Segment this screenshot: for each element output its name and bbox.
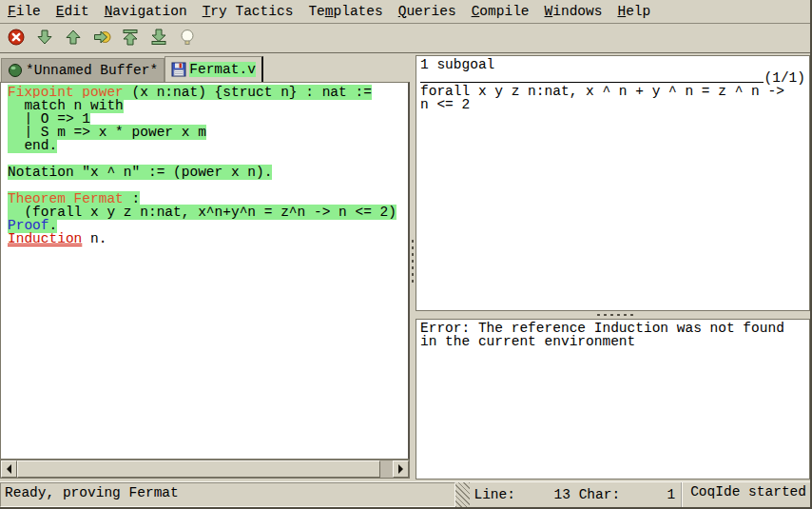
coqide-window: FileEditNavigationTry TacticsTemplatesQu…: [0, 0, 812, 509]
code-line: match n with: [8, 99, 408, 112]
code-segment-plain: (forall x y z n:nat, x^n+y^n = z^n -> n …: [8, 205, 396, 220]
menu-bar: FileEditNavigationTry TacticsTemplatesQu…: [0, 0, 810, 24]
editor-horizontal-scrollbar[interactable]: [0, 460, 410, 479]
code-line: | O => 1: [8, 112, 408, 126]
goal-rule-line: [420, 82, 764, 83]
menu-item-queries[interactable]: Queries: [391, 0, 464, 24]
scrollbar-thumb[interactable]: [17, 460, 380, 478]
tab--unnamed-buffer-[interactable]: *Unnamed Buffer*: [1, 58, 164, 82]
code-line: [8, 152, 408, 166]
toolbar: [0, 25, 810, 53]
tab-bar: *Unnamed Buffer*Fermat.v: [1, 55, 263, 82]
goal-separator: (1/1): [420, 71, 805, 85]
restart-button[interactable]: [118, 27, 143, 51]
tab-label: Fermat.v: [189, 62, 256, 77]
menu-item-file[interactable]: File: [0, 0, 48, 24]
line-value: 13: [515, 487, 570, 502]
processed-region: Notation "x ^ n" := (power x n).: [8, 165, 272, 180]
goal-counter: (1/1): [764, 71, 805, 85]
code-segment-plain: Notation "x ^ n" := (power x n).: [8, 165, 272, 180]
code-segment-plain: end.: [8, 138, 57, 153]
code-line: (forall x y z n:nat, x^n+y^n = z^n -> n …: [8, 206, 408, 219]
code-segment-plain: n.: [82, 231, 106, 246]
forward-one-button[interactable]: [32, 27, 57, 51]
lightbulb-icon: [178, 28, 197, 49]
tab-fermat.v[interactable]: Fermat.v: [164, 56, 263, 82]
line-char-indicator: Line:13 Char:1: [470, 482, 675, 507]
code-line: Fixpoint power (x n:nat) {struct n} : na…: [8, 86, 408, 99]
char-label: Char:: [579, 487, 621, 502]
floppy-disk-icon: [171, 62, 189, 77]
goto-end-button[interactable]: [146, 27, 171, 51]
menu-item-try-tactics[interactable]: Try Tactics: [195, 0, 301, 24]
code-line: [8, 179, 408, 192]
code-segment-error: Induction: [8, 231, 82, 246]
app-status: CoqIde started: [681, 482, 810, 507]
code-segment-plain: (x n:nat) {struct n} : nat :=: [124, 85, 372, 100]
error-message: Error: The reference Induction was not f…: [420, 322, 805, 348]
goto-end-icon: [149, 28, 168, 49]
menu-item-navigation[interactable]: Navigation: [97, 0, 195, 24]
status-bar: Ready, proving Fermat Line:13 Char:1 Coq…: [0, 481, 810, 507]
code-line: Theorem Fermat :: [8, 192, 408, 206]
goto-cursor-button[interactable]: [89, 27, 114, 51]
code-line: Proof.: [8, 219, 408, 232]
goal-statement: forall x y z n:nat, x ^ n + y ^ n = z ^ …: [420, 85, 805, 111]
goal-line: forall x y z n:nat, x ^ n + y ^ n = z ^ …: [420, 85, 805, 98]
stop-button[interactable]: [4, 27, 29, 51]
code-line: Notation "x ^ n" := (power x n).: [8, 166, 408, 179]
menu-item-templates[interactable]: Templates: [300, 0, 390, 24]
menu-item-compile[interactable]: Compile: [464, 0, 537, 24]
horizontal-pane-splitter[interactable]: [595, 312, 633, 318]
menu-item-help[interactable]: Help: [609, 0, 658, 24]
processed-region: (forall x y z n:nat, x^n+y^n = z^n -> n …: [8, 205, 396, 220]
script-editor-text[interactable]: Fixpoint power (x n:nat) {struct n} : na…: [1, 83, 408, 245]
code-line: | S m => x * power x m: [8, 126, 408, 139]
menu-item-edit[interactable]: Edit: [48, 0, 97, 24]
script-editor[interactable]: Fixpoint power (x n:nat) {struct n} : na…: [0, 82, 410, 460]
backward-one-button[interactable]: [61, 27, 86, 51]
goto-cursor-icon: [92, 28, 111, 49]
lightbulb-button[interactable]: [175, 27, 200, 51]
scroll-left-button[interactable]: [1, 460, 17, 478]
left-arrow-icon: [7, 464, 11, 474]
processed-region: end.: [8, 138, 57, 153]
error-line: in the current environment: [420, 335, 805, 348]
message-pane[interactable]: Error: The reference Induction was not f…: [416, 319, 810, 480]
scroll-right-button[interactable]: [393, 460, 409, 478]
tab-label: *Unnamed Buffer*: [26, 63, 158, 78]
scrollbar-track[interactable]: [17, 460, 393, 478]
status-message: Ready, proving Fermat: [0, 482, 455, 507]
char-value: 1: [620, 487, 675, 502]
goal-pane[interactable]: 1 subgoal (1/1) forall x y z n:nat, x ^ …: [416, 55, 810, 311]
spacer: [570, 487, 579, 502]
unsaved-led-icon: [8, 63, 26, 78]
menu-item-windows[interactable]: Windows: [537, 0, 610, 24]
code-line: Induction n.: [8, 232, 408, 245]
subgoal-count: 1 subgoal: [420, 58, 805, 71]
resize-grip[interactable]: [455, 482, 470, 507]
right-arrow-icon: [398, 464, 403, 474]
restart-icon: [121, 28, 140, 49]
code-line: end.: [8, 139, 408, 152]
stop-icon: [7, 28, 26, 49]
forward-one-icon: [35, 28, 54, 49]
backward-one-icon: [64, 28, 83, 49]
error-line: Error: The reference Induction was not f…: [420, 322, 805, 335]
line-label: Line:: [474, 487, 515, 502]
goal-line: n <= 2: [420, 98, 805, 111]
